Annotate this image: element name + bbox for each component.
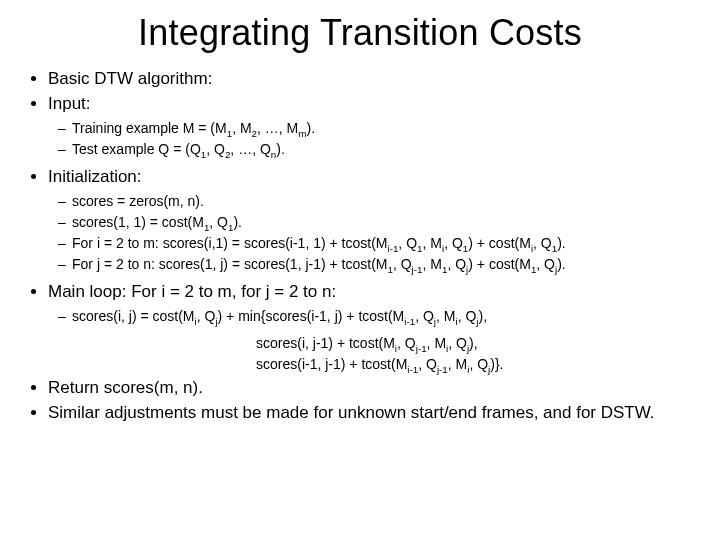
sub-zeros: scores = zeros(m, n).	[72, 191, 700, 212]
bullet-input: Input: Training example M = (M1, M2, …, …	[48, 93, 700, 160]
bullet-main-loop: Main loop: For i = 2 to m, for j = 2 to …	[48, 281, 700, 375]
sub-training-example: Training example M = (M1, M2, …, Mm).	[72, 118, 700, 139]
sub-for-i: For i = 2 to m: scores(i,1) = scores(i-1…	[72, 233, 700, 254]
slide: Integrating Transition Costs Basic DTW a…	[0, 0, 720, 540]
bullet-similar-adjust: Similar adjustments must be made for unk…	[48, 402, 700, 425]
bullet-initialization: Initialization: scores = zeros(m, n). sc…	[48, 166, 700, 275]
sub-for-j: For j = 2 to n: scores(1, j) = scores(1,…	[72, 254, 700, 275]
sub-scores11: scores(1, 1) = cost(M1, Q1).	[72, 212, 700, 233]
bullet-return: Return scores(m, n).	[48, 377, 700, 400]
bullet-input-label: Input:	[48, 94, 91, 113]
slide-title: Integrating Transition Costs	[20, 12, 700, 54]
bullet-basic-dtw: Basic DTW algorithm:	[48, 68, 700, 91]
bullet-list: Basic DTW algorithm: Input: Training exa…	[20, 68, 700, 425]
bullet-main-loop-label: Main loop: For i = 2 to m, for j = 2 to …	[48, 282, 336, 301]
sublist-main-loop: scores(i, j) = cost(Mi, Qj) + min{scores…	[48, 306, 700, 327]
sub-test-example: Test example Q = (Q1, Q2, …, Qn).	[72, 139, 700, 160]
sublist-input: Training example M = (M1, M2, …, Mm). Te…	[48, 118, 700, 160]
sub-scores-ij: scores(i, j) = cost(Mi, Qj) + min{scores…	[72, 306, 700, 327]
sublist-initialization: scores = zeros(m, n). scores(1, 1) = cos…	[48, 191, 700, 275]
aligned-line-2: scores(i, j-1) + tcost(Mi, Qj-1, Mi, Qj)…	[48, 333, 700, 354]
aligned-line-3: scores(i-1, j-1) + tcost(Mi-1, Qj-1, Mi,…	[48, 354, 700, 375]
bullet-initialization-label: Initialization:	[48, 167, 142, 186]
